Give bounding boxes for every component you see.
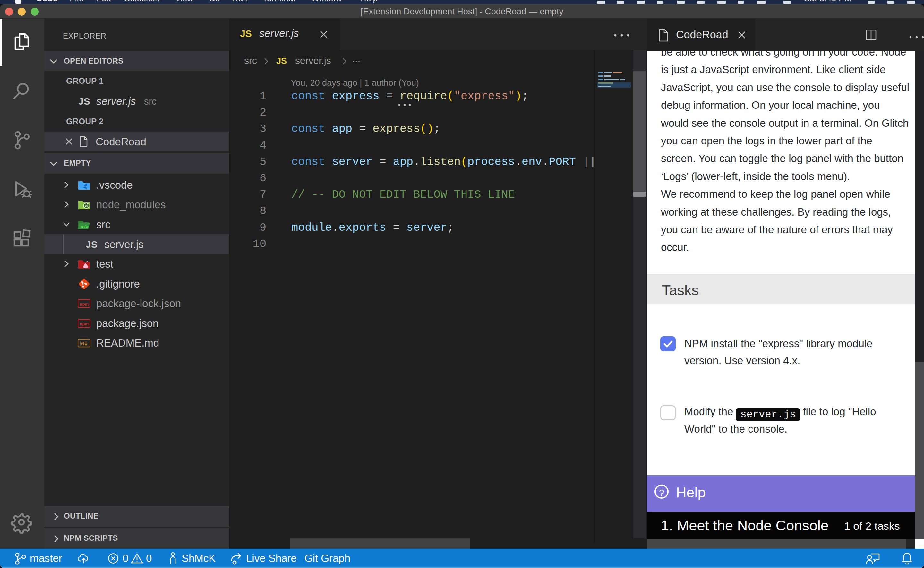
svg-text:M: M	[80, 341, 84, 346]
svg-text:npm: npm	[80, 302, 88, 307]
svg-text:JS: JS	[84, 204, 88, 207]
svg-text:npm: npm	[80, 322, 88, 326]
svg-text:</>: </>	[81, 225, 89, 230]
